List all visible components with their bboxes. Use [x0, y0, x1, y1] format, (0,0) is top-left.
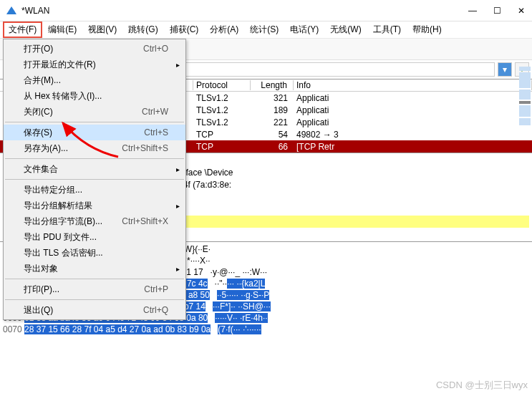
menu-item[interactable]: 导出 TLS 会话密钥...	[4, 245, 185, 261]
menu-separator	[5, 122, 184, 122]
titlebar: *WLAN — ☐ ✕	[0, 0, 532, 21]
window-title: *WLAN	[21, 6, 468, 16]
menu-item-label: 文件集合	[24, 163, 168, 175]
menu-item-label: 导出 PDU 到文件...	[24, 231, 168, 243]
menu-item-label: 合并(M)...	[24, 74, 168, 87]
col-protocol[interactable]: Protocol	[193, 80, 251, 90]
menu-item-label: 导出分组解析结果	[24, 200, 168, 212]
menu-item-label: 导出特定分组...	[24, 184, 168, 196]
menu-item[interactable]: 导出特定分组...	[4, 182, 185, 198]
menu-item[interactable]: 退出(Q)Ctrl+Q	[4, 302, 185, 318]
menu-跳转[interactable]: 跳转(G)	[122, 21, 163, 38]
submenu-arrow-icon: ▸	[176, 61, 180, 69]
menu-shortcut: Ctrl+Shift+X	[122, 216, 168, 226]
menu-item-label: 导出对象	[24, 263, 168, 275]
menu-separator	[5, 179, 184, 180]
menu-文件[interactable]: 文件(F)	[3, 21, 42, 38]
file-menu-dropdown: 打开(O)Ctrl+O打开最近的文件(R)▸合并(M)...从 Hex 转储导入…	[3, 39, 186, 320]
menu-item-label: 打开最近的文件(R)	[24, 59, 168, 71]
col-info[interactable]: Info	[294, 80, 532, 90]
menu-item-label: 退出(Q)	[24, 304, 143, 317]
watermark: CSDN @士别三日wyx	[436, 379, 528, 392]
menu-shortcut: Ctrl+S	[144, 127, 168, 137]
menu-电话[interactable]: 电话(Y)	[284, 21, 324, 38]
menu-item-label: 打开(O)	[24, 43, 143, 55]
menu-item[interactable]: 合并(M)...	[4, 72, 185, 88]
menu-item[interactable]: 另存为(A)...Ctrl+Shift+S	[4, 140, 185, 156]
submenu-arrow-icon: ▸	[176, 165, 180, 173]
app-icon	[6, 5, 17, 16]
submenu-arrow-icon: ▸	[176, 202, 180, 210]
menu-item-label: 另存为(A)...	[24, 143, 122, 155]
menu-item[interactable]: 关闭(C)Ctrl+W	[4, 104, 185, 120]
menu-item-label: 导出 TLS 会话密钥...	[24, 247, 168, 259]
minimize-button[interactable]: —	[468, 6, 478, 16]
menu-item-label: 保存(S)	[24, 127, 144, 139]
menu-统计[interactable]: 统计(S)	[244, 21, 284, 38]
col-length[interactable]: Length	[251, 80, 294, 90]
close-button[interactable]: ✕	[516, 6, 526, 16]
menu-item[interactable]: 文件集合▸	[4, 161, 185, 177]
menu-item-label: 导出分组字节流(B)...	[24, 216, 122, 228]
menu-分析[interactable]: 分析(A)	[204, 21, 244, 38]
menu-item-label: 关闭(C)	[24, 106, 142, 118]
menu-捕获[interactable]: 捕获(C)	[164, 21, 205, 38]
menu-帮助[interactable]: 帮助(H)	[407, 21, 448, 38]
submenu-arrow-icon: ▸	[176, 265, 180, 273]
menu-item[interactable]: 导出分组字节流(B)...Ctrl+Shift+X	[4, 213, 185, 229]
menu-视图[interactable]: 视图(V)	[82, 21, 122, 38]
menu-item-label: 从 Hex 转储导入(I)...	[24, 90, 168, 102]
menu-无线[interactable]: 无线(W)	[324, 21, 367, 38]
menu-item[interactable]: 导出分组解析结果▸	[4, 198, 185, 213]
menu-shortcut: Ctrl+Q	[143, 305, 168, 315]
menu-item[interactable]: 导出对象▸	[4, 261, 185, 276]
menu-item[interactable]: 从 Hex 转储导入(I)...	[4, 88, 185, 104]
menu-item[interactable]: 保存(S)Ctrl+S	[4, 125, 185, 140]
menu-item[interactable]: 打开最近的文件(R)▸	[4, 57, 185, 72]
menu-item[interactable]: 导出 PDU 到文件...	[4, 229, 185, 245]
menu-工具[interactable]: 工具(T)	[367, 21, 407, 38]
menu-separator	[5, 299, 184, 300]
maximize-button[interactable]: ☐	[492, 6, 502, 16]
hex-row[interactable]: 0070 28 37 15 66 28 7f 04 a5 d4 27 0a ad…	[3, 324, 532, 335]
menu-separator	[5, 279, 184, 279]
filter-dropdown-icon[interactable]: ▾	[498, 62, 512, 77]
menu-shortcut: Ctrl+W	[142, 107, 168, 117]
menu-item[interactable]: 打印(P)...Ctrl+P	[4, 281, 185, 297]
menu-shortcut: Ctrl+O	[143, 44, 168, 54]
menu-separator	[5, 158, 184, 159]
menu-编辑[interactable]: 编辑(E)	[42, 21, 82, 38]
menu-item-label: 打印(P)...	[24, 284, 144, 296]
menubar: 文件(F)编辑(E)视图(V)跳转(G)捕获(C)分析(A)统计(S)电话(Y)…	[0, 21, 532, 39]
menu-item[interactable]: 打开(O)Ctrl+O	[4, 41, 185, 57]
menu-shortcut: Ctrl+P	[144, 284, 168, 294]
menu-shortcut: Ctrl+Shift+S	[122, 143, 168, 153]
minimap-scroll[interactable]	[518, 66, 532, 159]
